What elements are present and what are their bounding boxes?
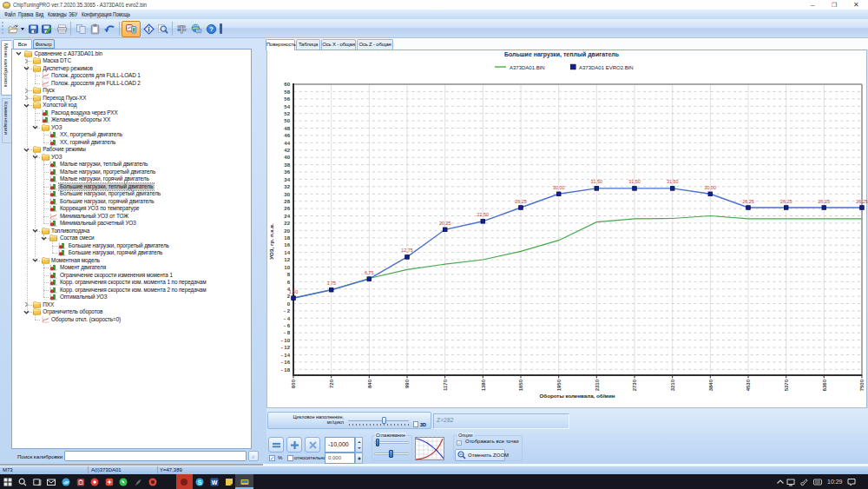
svg-text:1,50: 1,50 (289, 289, 299, 294)
svg-text:22,50: 22,50 (477, 212, 490, 217)
svg-text:38: 38 (284, 162, 290, 168)
svg-text:26,25: 26,25 (856, 199, 868, 204)
svg-text:0: 0 (287, 301, 291, 307)
svg-text:1950: 1950 (556, 379, 562, 391)
svg-text:A373DA01 EVRO2.BIN: A373DA01 EVRO2.BIN (579, 65, 634, 70)
svg-text:Обороты коленвала, об/мин: Обороты коленвала, об/мин (540, 393, 615, 399)
svg-text:4530: 4530 (746, 379, 751, 391)
svg-text:- 8: - 8 (284, 330, 291, 335)
svg-text:- 14: - 14 (281, 353, 291, 358)
svg-text:54: 54 (284, 104, 290, 109)
svg-text:600: 600 (291, 379, 296, 388)
svg-text:990: 990 (404, 379, 410, 388)
svg-text:3210: 3210 (670, 379, 675, 391)
svg-text:24: 24 (284, 214, 290, 219)
svg-text:20: 20 (284, 228, 290, 234)
svg-text:42: 42 (284, 148, 290, 153)
svg-text:10: 10 (284, 265, 290, 270)
svg-text:40: 40 (284, 155, 290, 160)
svg-text:12,75: 12,75 (401, 248, 413, 253)
svg-text:2730: 2730 (632, 379, 637, 391)
svg-text:1650: 1650 (518, 379, 523, 391)
svg-text:840: 840 (367, 379, 372, 388)
svg-text:46: 46 (284, 133, 290, 138)
svg-text:3,75: 3,75 (326, 281, 336, 286)
svg-text:S: S (198, 479, 202, 486)
svg-text:22: 22 (284, 221, 290, 226)
svg-text:26,25: 26,25 (780, 199, 792, 204)
svg-text:14: 14 (284, 250, 290, 255)
svg-text:31,50: 31,50 (628, 179, 641, 184)
svg-text:Большие нагрузки, теплый двига: Большие нагрузки, теплый двигатель (504, 51, 620, 58)
svg-text:20,25: 20,25 (439, 221, 451, 226)
svg-text:3840: 3840 (708, 379, 713, 391)
svg-text:58: 58 (284, 89, 290, 95)
svg-text:31,50: 31,50 (591, 179, 603, 184)
svg-text:A373DA01.BIN: A373DA01.BIN (510, 65, 545, 70)
svg-text:1170: 1170 (443, 379, 448, 391)
svg-text:26,25: 26,25 (742, 199, 754, 204)
svg-text:- 18: - 18 (281, 367, 291, 373)
svg-text:- 16: - 16 (281, 360, 291, 365)
svg-text:56: 56 (284, 96, 290, 102)
svg-text:6360: 6360 (822, 379, 827, 391)
svg-text:48: 48 (284, 126, 290, 131)
svg-text:31,50: 31,50 (667, 179, 679, 184)
svg-text:30,00: 30,00 (553, 185, 565, 190)
svg-text:720: 720 (329, 379, 334, 388)
svg-text:6,75: 6,75 (365, 270, 374, 275)
svg-text:- 6: - 6 (284, 323, 291, 328)
svg-text:60: 60 (284, 82, 290, 87)
svg-text:18: 18 (284, 235, 290, 241)
svg-text:28: 28 (284, 199, 290, 204)
svg-text:7500: 7500 (859, 379, 865, 391)
svg-text:32: 32 (284, 184, 290, 189)
svg-text:30,00: 30,00 (705, 185, 717, 190)
svg-text:8: 8 (287, 272, 291, 277)
svg-text:50: 50 (284, 118, 290, 123)
svg-text:36: 36 (284, 169, 290, 175)
svg-text:12: 12 (284, 257, 290, 262)
svg-text:W: W (212, 479, 218, 486)
svg-text:- 4: - 4 (284, 316, 291, 321)
svg-text:16: 16 (284, 242, 290, 248)
svg-text:?: ? (209, 25, 214, 33)
svg-text:34: 34 (284, 177, 290, 182)
svg-text:УОЗ, гр. п.к.в.: УОЗ, гр. п.к.в. (268, 223, 274, 260)
svg-text:6: 6 (287, 280, 291, 285)
svg-text:44: 44 (284, 141, 290, 146)
svg-text:52: 52 (284, 111, 290, 116)
svg-text:- 12: - 12 (281, 345, 291, 350)
svg-text:26: 26 (284, 206, 290, 211)
svg-text:26,25: 26,25 (515, 199, 527, 204)
svg-text:26,25: 26,25 (819, 199, 831, 204)
svg-text:2: 2 (287, 294, 291, 299)
svg-text:1380: 1380 (481, 379, 486, 391)
svg-text:- 10: - 10 (281, 338, 291, 343)
svg-text:- 2: - 2 (284, 308, 291, 314)
svg-text:30: 30 (284, 192, 290, 197)
svg-text:2310: 2310 (595, 379, 600, 391)
svg-text:5370: 5370 (784, 379, 789, 391)
